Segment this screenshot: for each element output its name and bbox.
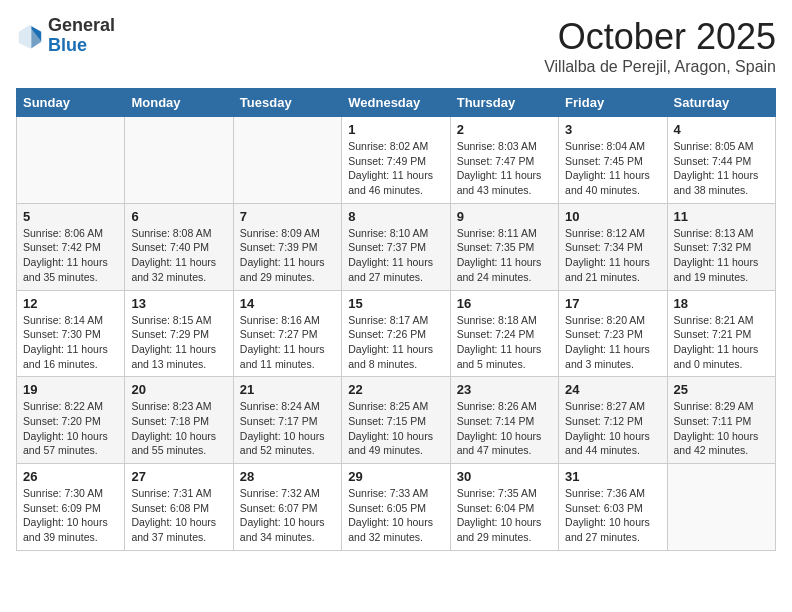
week-row-5: 26Sunrise: 7:30 AMSunset: 6:09 PMDayligh… [17, 464, 776, 551]
weekday-header-row: SundayMondayTuesdayWednesdayThursdayFrid… [17, 89, 776, 117]
weekday-header-sunday: Sunday [17, 89, 125, 117]
day-info: Sunrise: 7:35 AMSunset: 6:04 PMDaylight:… [457, 486, 552, 545]
page-header: General Blue October 2025 Villalba de Pe… [16, 16, 776, 76]
day-cell: 23Sunrise: 8:26 AMSunset: 7:14 PMDayligh… [450, 377, 558, 464]
day-number: 18 [674, 296, 769, 311]
day-info: Sunrise: 8:14 AMSunset: 7:30 PMDaylight:… [23, 313, 118, 372]
day-number: 28 [240, 469, 335, 484]
day-info: Sunrise: 7:30 AMSunset: 6:09 PMDaylight:… [23, 486, 118, 545]
day-number: 29 [348, 469, 443, 484]
day-cell: 27Sunrise: 7:31 AMSunset: 6:08 PMDayligh… [125, 464, 233, 551]
day-number: 9 [457, 209, 552, 224]
day-number: 1 [348, 122, 443, 137]
day-cell: 15Sunrise: 8:17 AMSunset: 7:26 PMDayligh… [342, 290, 450, 377]
day-cell: 10Sunrise: 8:12 AMSunset: 7:34 PMDayligh… [559, 203, 667, 290]
day-number: 15 [348, 296, 443, 311]
day-cell: 26Sunrise: 7:30 AMSunset: 6:09 PMDayligh… [17, 464, 125, 551]
day-number: 14 [240, 296, 335, 311]
day-cell: 4Sunrise: 8:05 AMSunset: 7:44 PMDaylight… [667, 117, 775, 204]
day-cell [667, 464, 775, 551]
day-info: Sunrise: 8:27 AMSunset: 7:12 PMDaylight:… [565, 399, 660, 458]
day-info: Sunrise: 8:23 AMSunset: 7:18 PMDaylight:… [131, 399, 226, 458]
day-number: 20 [131, 382, 226, 397]
week-row-1: 1Sunrise: 8:02 AMSunset: 7:49 PMDaylight… [17, 117, 776, 204]
week-row-2: 5Sunrise: 8:06 AMSunset: 7:42 PMDaylight… [17, 203, 776, 290]
day-cell: 11Sunrise: 8:13 AMSunset: 7:32 PMDayligh… [667, 203, 775, 290]
weekday-header-monday: Monday [125, 89, 233, 117]
day-cell: 29Sunrise: 7:33 AMSunset: 6:05 PMDayligh… [342, 464, 450, 551]
logo-general: General [48, 16, 115, 36]
day-number: 17 [565, 296, 660, 311]
day-number: 10 [565, 209, 660, 224]
day-number: 27 [131, 469, 226, 484]
day-info: Sunrise: 8:13 AMSunset: 7:32 PMDaylight:… [674, 226, 769, 285]
day-cell: 7Sunrise: 8:09 AMSunset: 7:39 PMDaylight… [233, 203, 341, 290]
logo-icon [16, 22, 44, 50]
day-info: Sunrise: 8:05 AMSunset: 7:44 PMDaylight:… [674, 139, 769, 198]
day-number: 31 [565, 469, 660, 484]
day-cell: 13Sunrise: 8:15 AMSunset: 7:29 PMDayligh… [125, 290, 233, 377]
day-info: Sunrise: 8:22 AMSunset: 7:20 PMDaylight:… [23, 399, 118, 458]
day-cell: 24Sunrise: 8:27 AMSunset: 7:12 PMDayligh… [559, 377, 667, 464]
day-cell: 6Sunrise: 8:08 AMSunset: 7:40 PMDaylight… [125, 203, 233, 290]
title-block: October 2025 Villalba de Perejil, Aragon… [544, 16, 776, 76]
day-cell: 25Sunrise: 8:29 AMSunset: 7:11 PMDayligh… [667, 377, 775, 464]
day-cell: 14Sunrise: 8:16 AMSunset: 7:27 PMDayligh… [233, 290, 341, 377]
day-info: Sunrise: 8:17 AMSunset: 7:26 PMDaylight:… [348, 313, 443, 372]
day-info: Sunrise: 8:21 AMSunset: 7:21 PMDaylight:… [674, 313, 769, 372]
day-info: Sunrise: 7:36 AMSunset: 6:03 PMDaylight:… [565, 486, 660, 545]
day-cell: 20Sunrise: 8:23 AMSunset: 7:18 PMDayligh… [125, 377, 233, 464]
day-info: Sunrise: 8:12 AMSunset: 7:34 PMDaylight:… [565, 226, 660, 285]
day-number: 2 [457, 122, 552, 137]
day-info: Sunrise: 8:08 AMSunset: 7:40 PMDaylight:… [131, 226, 226, 285]
day-number: 12 [23, 296, 118, 311]
day-info: Sunrise: 8:25 AMSunset: 7:15 PMDaylight:… [348, 399, 443, 458]
day-cell: 22Sunrise: 8:25 AMSunset: 7:15 PMDayligh… [342, 377, 450, 464]
logo-text: General Blue [48, 16, 115, 56]
day-number: 24 [565, 382, 660, 397]
day-number: 3 [565, 122, 660, 137]
day-info: Sunrise: 8:16 AMSunset: 7:27 PMDaylight:… [240, 313, 335, 372]
day-number: 22 [348, 382, 443, 397]
day-number: 11 [674, 209, 769, 224]
day-number: 21 [240, 382, 335, 397]
day-number: 6 [131, 209, 226, 224]
day-cell: 3Sunrise: 8:04 AMSunset: 7:45 PMDaylight… [559, 117, 667, 204]
day-cell: 16Sunrise: 8:18 AMSunset: 7:24 PMDayligh… [450, 290, 558, 377]
day-number: 23 [457, 382, 552, 397]
weekday-header-saturday: Saturday [667, 89, 775, 117]
day-number: 19 [23, 382, 118, 397]
day-cell [233, 117, 341, 204]
weekday-header-tuesday: Tuesday [233, 89, 341, 117]
day-cell: 12Sunrise: 8:14 AMSunset: 7:30 PMDayligh… [17, 290, 125, 377]
day-cell: 21Sunrise: 8:24 AMSunset: 7:17 PMDayligh… [233, 377, 341, 464]
day-number: 30 [457, 469, 552, 484]
day-info: Sunrise: 8:04 AMSunset: 7:45 PMDaylight:… [565, 139, 660, 198]
weekday-header-thursday: Thursday [450, 89, 558, 117]
calendar: SundayMondayTuesdayWednesdayThursdayFrid… [16, 88, 776, 551]
day-cell: 30Sunrise: 7:35 AMSunset: 6:04 PMDayligh… [450, 464, 558, 551]
month-title: October 2025 [544, 16, 776, 58]
location-title: Villalba de Perejil, Aragon, Spain [544, 58, 776, 76]
day-info: Sunrise: 8:11 AMSunset: 7:35 PMDaylight:… [457, 226, 552, 285]
day-number: 16 [457, 296, 552, 311]
day-info: Sunrise: 8:18 AMSunset: 7:24 PMDaylight:… [457, 313, 552, 372]
day-number: 4 [674, 122, 769, 137]
day-number: 26 [23, 469, 118, 484]
day-info: Sunrise: 8:09 AMSunset: 7:39 PMDaylight:… [240, 226, 335, 285]
day-number: 13 [131, 296, 226, 311]
day-info: Sunrise: 8:02 AMSunset: 7:49 PMDaylight:… [348, 139, 443, 198]
day-info: Sunrise: 8:26 AMSunset: 7:14 PMDaylight:… [457, 399, 552, 458]
weekday-header-friday: Friday [559, 89, 667, 117]
logo-blue: Blue [48, 36, 115, 56]
day-info: Sunrise: 8:10 AMSunset: 7:37 PMDaylight:… [348, 226, 443, 285]
day-cell: 17Sunrise: 8:20 AMSunset: 7:23 PMDayligh… [559, 290, 667, 377]
day-cell: 19Sunrise: 8:22 AMSunset: 7:20 PMDayligh… [17, 377, 125, 464]
day-number: 25 [674, 382, 769, 397]
day-info: Sunrise: 8:24 AMSunset: 7:17 PMDaylight:… [240, 399, 335, 458]
day-info: Sunrise: 8:06 AMSunset: 7:42 PMDaylight:… [23, 226, 118, 285]
day-info: Sunrise: 7:33 AMSunset: 6:05 PMDaylight:… [348, 486, 443, 545]
day-cell: 31Sunrise: 7:36 AMSunset: 6:03 PMDayligh… [559, 464, 667, 551]
day-cell [17, 117, 125, 204]
day-info: Sunrise: 7:31 AMSunset: 6:08 PMDaylight:… [131, 486, 226, 545]
